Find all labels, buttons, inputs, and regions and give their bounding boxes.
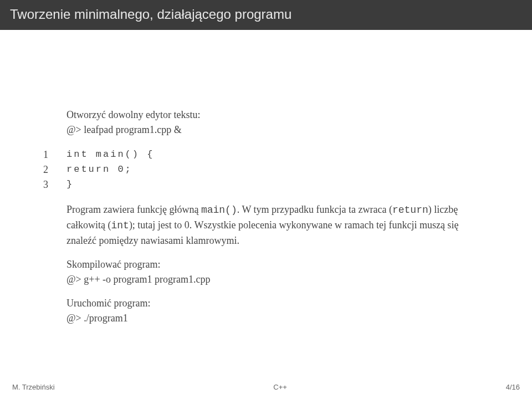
compile-block: Skompilować program: @> g++ -o program1 … [66, 257, 466, 287]
code-text: return 0; [66, 162, 132, 177]
footer-author: M. Trzebiński [12, 383, 55, 391]
para-text: Program zawiera funkcję główną [66, 204, 201, 215]
explanation-paragraph: Program zawiera funkcję główną main(). W… [66, 202, 466, 248]
slide-content: Otworzyć dowolny edytor tekstu: @> leafp… [0, 30, 532, 326]
editor-command: @> leafpad program1.cpp & [66, 122, 466, 137]
footer: M. Trzebiński C++ 4/16 [0, 383, 532, 391]
code-line-1: 1 int main() { [39, 147, 466, 162]
intro-block: Otworzyć dowolny edytor tekstu: @> leafp… [66, 108, 466, 137]
code-block: 1 int main() { 2 return 0; 3 } [39, 147, 466, 192]
line-number: 3 [39, 177, 66, 192]
code-inline-int: int [111, 220, 129, 231]
run-command: @> ./program1 [66, 311, 466, 326]
code-inline-return: return [392, 204, 428, 216]
para-text: . W tym przypadku funkcja ta zwraca ( [237, 204, 392, 215]
code-line-2: 2 return 0; [39, 162, 466, 177]
run-label: Uruchomić program: [66, 296, 466, 311]
compile-command: @> g++ -o program1 program1.cpp [66, 272, 466, 287]
footer-page: 4/16 [506, 383, 520, 391]
code-inline-main: main() [201, 204, 237, 216]
line-number: 1 [39, 147, 66, 162]
code-line-3: 3 } [39, 177, 466, 192]
slide-title: Tworzenie minimalnego, działającego prog… [0, 0, 532, 30]
compile-label: Skompilować program: [66, 257, 466, 272]
footer-title: C++ [273, 383, 287, 391]
line-number: 2 [39, 162, 66, 177]
code-text: int main() { [66, 147, 154, 162]
intro-text: Otworzyć dowolny edytor tekstu: [66, 108, 466, 122]
code-text: } [66, 177, 74, 192]
run-block: Uruchomić program: @> ./program1 [66, 296, 466, 326]
